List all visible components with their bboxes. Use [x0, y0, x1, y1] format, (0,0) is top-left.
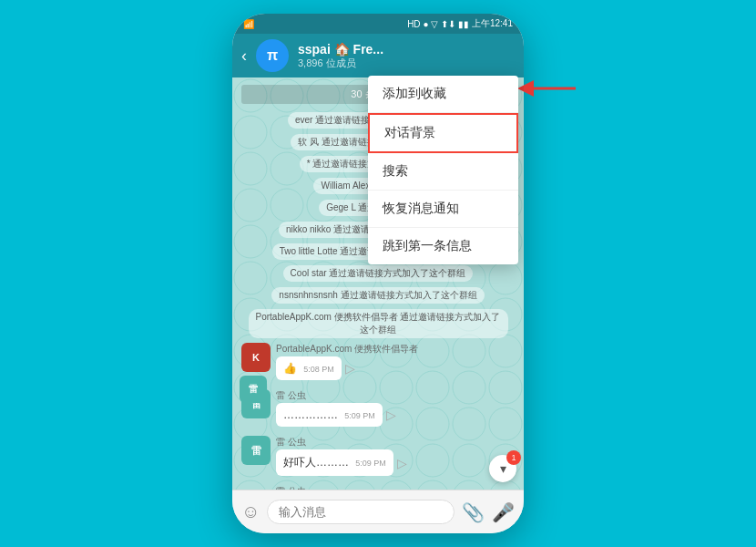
menu-add-favorites[interactable]: 添加到收藏: [368, 76, 518, 113]
dropdown-menu: 添加到收藏 对话背景 搜索 恢复消息通知 跳到第一条信息: [368, 76, 518, 264]
phone-container: 📶 HD ● ▽ ⬆⬇ ▮▮ 上午12:41 ‹ π sspai 🏠 Fre..…: [232, 14, 524, 533]
arrow-indicator: [516, 76, 580, 101]
menu-jump-to-first[interactable]: 跳到第一条信息: [368, 228, 518, 264]
menu-restore-notifications[interactable]: 恢复消息通知: [368, 191, 518, 228]
menu-search[interactable]: 搜索: [368, 153, 518, 191]
menu-chat-background[interactable]: 对话背景: [368, 113, 518, 153]
